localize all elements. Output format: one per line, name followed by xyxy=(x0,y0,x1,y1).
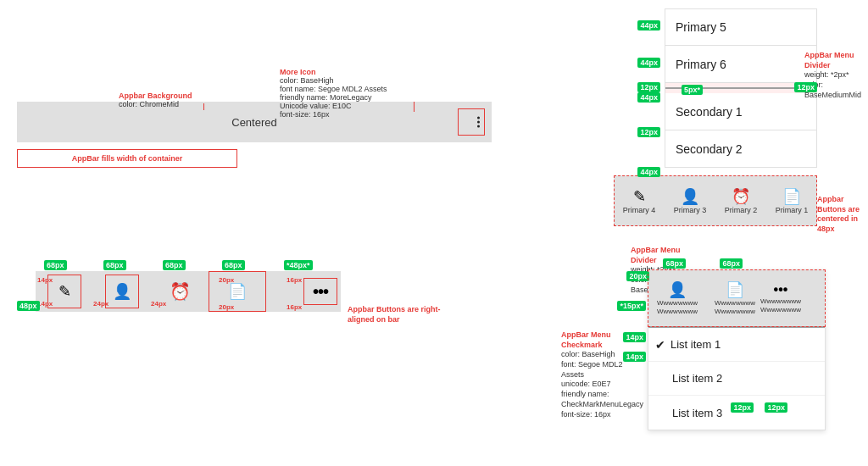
badge-5px: 5px* xyxy=(682,85,703,95)
edit-icon: ✎ xyxy=(58,282,71,301)
overflow-btn-more[interactable]: ••• WwwwwwwwWwwwwwww xyxy=(764,269,798,327)
badge-68px-1: 68px xyxy=(44,260,67,270)
menu-list-item-1-label: List item 1 xyxy=(670,338,721,351)
overflow-doc-icon: 📄 xyxy=(726,280,744,299)
appbar-fills-label: AppBar fills width of container xyxy=(72,154,183,163)
menu-list-item-1[interactable]: ✔ List item 1 xyxy=(648,328,825,362)
anno-14px-bottom: 14px xyxy=(37,300,53,308)
appbar-bottom-btn-doc[interactable]: 📄 xyxy=(209,271,266,312)
anno-14px-top: 14px xyxy=(37,276,53,284)
appbar-fills-box: AppBar fills width of container xyxy=(17,149,237,168)
badge-48px-more: *48px* xyxy=(284,260,313,270)
person-icon: 👤 xyxy=(113,282,131,301)
badge-12px-1: 12px xyxy=(637,82,660,92)
appbar-btn-primary4[interactable]: ✎ Primary 4 xyxy=(614,175,665,226)
badge-44px-secondary2: 44px xyxy=(637,167,660,177)
overflow-btn-person[interactable]: 👤 WwwwwwwwWwwwwwww xyxy=(648,269,706,327)
badge-14px-1: 14px xyxy=(623,332,646,342)
appbar-btn-primary3[interactable]: 👤 Primary 3 xyxy=(665,175,715,226)
badge-12px-2: 12px xyxy=(794,82,817,92)
menu-list-item-3-label: List item 3 xyxy=(672,407,722,419)
badge-68px-br2: 68px xyxy=(720,258,743,269)
appbar-menu-divider-annotation-top: AppBar Menu Divider weight: *2px* color:… xyxy=(804,51,864,100)
overflow-more-label: WwwwwwwwWwwwwwww xyxy=(760,297,801,313)
checkmark-icon-item1: ✔ xyxy=(655,338,665,352)
menu-item-primary6[interactable]: Primary 6 xyxy=(665,46,817,83)
menu-item-secondary1[interactable]: Secondary 1 xyxy=(665,93,817,130)
badge-48px-height: 48px xyxy=(17,301,40,311)
person-icon-box: 👤 xyxy=(105,275,139,308)
badge-44px-primary6: 44px xyxy=(637,58,660,68)
overflow-person-label: WwwwwwwwWwwwwwww xyxy=(657,299,698,315)
menu-item-primary5-label: Primary 5 xyxy=(676,20,726,34)
clock-icon: ⏰ xyxy=(170,281,191,302)
badge-12px-br1: 12px xyxy=(731,402,754,413)
anno-24px-1: 24px xyxy=(93,300,108,308)
appbar-centered-label: Centered xyxy=(231,116,276,129)
menu-list-item-2-label: List item 2 xyxy=(672,372,722,385)
anno-16px-more-bottom: 16px xyxy=(287,303,302,311)
anno-20px-doc: 20px xyxy=(219,276,234,284)
menu-item-primary6-label: Primary 6 xyxy=(676,58,726,71)
badge-68px-br: 68px xyxy=(663,258,686,269)
anno-16px-more-top: 16px xyxy=(287,276,302,284)
badge-68px-2: 68px xyxy=(103,260,126,270)
badge-12px-secondary1: 12px xyxy=(637,127,660,137)
menu-item-primary5[interactable]: Primary 5 xyxy=(665,8,817,46)
badge-68px-4: 68px xyxy=(222,260,245,270)
badge-44px-secondary1: 44px xyxy=(637,92,660,103)
overflow-doc-label: WwwwwwwwWwwwwwww xyxy=(715,299,755,315)
anno-24px-2: 24px xyxy=(151,300,166,308)
menu-list-item-3[interactable]: List item 3 xyxy=(648,396,825,430)
overflow-person-icon: 👤 xyxy=(668,280,687,299)
badge-15px-1: *15px* xyxy=(617,301,646,311)
menu-item-secondary2[interactable]: Secondary 2 xyxy=(665,130,817,168)
more-icon-annotation: More Icon color: BaseHigh font name: Seg… xyxy=(280,68,415,119)
annotation-line-bg xyxy=(203,103,204,110)
right-aligned-annotation: Appbar Buttons are right-aligned on bar xyxy=(348,305,449,325)
checkmark-annotation: AppBar Menu Checkmark color: BaseHigh fo… xyxy=(561,330,646,419)
badge-20px-left: 20px xyxy=(626,271,649,281)
menu-item-secondary1-label: Secondary 1 xyxy=(676,105,743,119)
more-annotation-line xyxy=(414,102,415,112)
more-dots-icon: ••• xyxy=(313,282,328,302)
appbar-btn-primary1[interactable]: 📄 Primary 1 xyxy=(766,175,817,226)
overflow-more-icon: ••• xyxy=(774,282,788,297)
overflow-menu-header: 👤 WwwwwwwwWwwwwwww 📄 WwwwwwwwWwwwwwww ••… xyxy=(648,270,825,328)
appbar-strip: Centered xyxy=(17,102,492,142)
badge-44px-primary5: 44px xyxy=(637,20,660,31)
appbar-bottom-btn-more[interactable]: ••• xyxy=(300,271,341,312)
appbar-buttons-top-right: ✎ Primary 4 👤 Primary 3 ⏰ Primary 2 📄 Pr… xyxy=(614,175,817,226)
doc-icon: 📄 xyxy=(228,282,247,301)
anno-20px-doc2: 20px xyxy=(219,303,234,311)
badge-14px-2: 14px xyxy=(623,352,646,362)
appbar-buttons-centered-annotation: Appbar Buttons are centered in 48px xyxy=(817,195,864,235)
badge-12px-br2: 12px xyxy=(765,402,787,413)
appbar-background-annotation: Appbar Background color: ChromeMid xyxy=(119,92,192,108)
appbar-btn-primary2[interactable]: ⏰ Primary 2 xyxy=(715,175,766,226)
menu-item-secondary2-label: Secondary 2 xyxy=(676,142,743,156)
menu-list-item-2[interactable]: List item 2 xyxy=(648,362,825,396)
badge-68px-3: 68px xyxy=(163,260,186,270)
more-icon-annotation-box xyxy=(458,108,485,136)
overflow-btn-doc[interactable]: 📄 WwwwwwwwWwwwwwww xyxy=(706,269,764,327)
